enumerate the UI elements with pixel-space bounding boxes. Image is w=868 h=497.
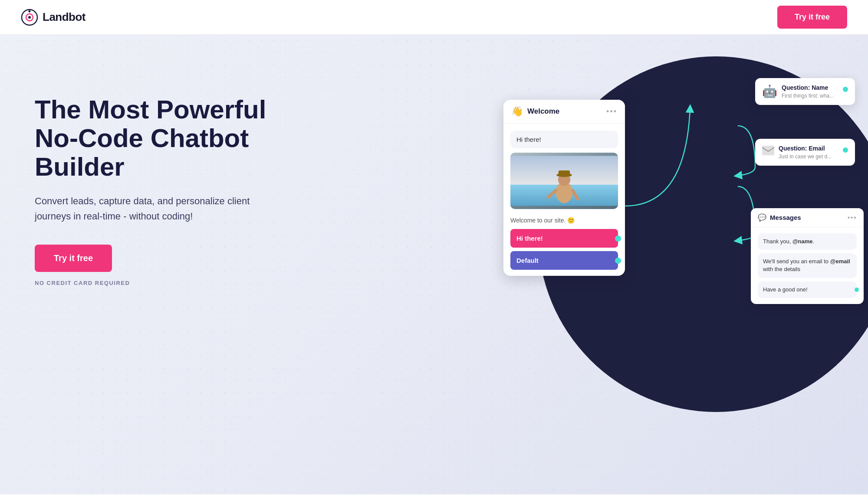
q-name-connector-dot: [843, 87, 848, 92]
chat-image: [510, 153, 618, 209]
wave-icon: 👋: [511, 106, 523, 117]
chatbot-illustration: 👋 Welcome ••• Hi there!: [477, 52, 868, 477]
svg-point-3: [29, 10, 31, 12]
messages-end-dot: [855, 288, 859, 292]
logo: Landbot: [21, 9, 85, 26]
robot-emoji-icon: 🤖: [762, 84, 777, 98]
hero-content: The Most Powerful No-Code Chatbot Builde…: [0, 69, 278, 286]
try-it-free-header-button[interactable]: Try it free: [777, 6, 847, 29]
question-email-info: Question: Email Just in case we get d...: [779, 145, 838, 160]
chat-bubble-icon: 💬: [758, 213, 766, 222]
pink-btn-connector-dot: [615, 235, 621, 242]
hero-title: The Most Powerful No-Code Chatbot Builde…: [35, 95, 278, 181]
messages-card: 💬 Messages ••• Thank you, @name. We'll s…: [751, 208, 864, 304]
envelope-icon: [762, 146, 774, 155]
question-email-card: Question: Email Just in case we get d...: [755, 139, 855, 166]
question-email-subtitle: Just in case we get d...: [779, 154, 838, 160]
email-message: We'll send you an email to @email with t…: [758, 253, 857, 278]
messages-card-header: 💬 Messages •••: [751, 208, 864, 227]
hero-subtitle: Convert leads, capture data, and persona…: [35, 193, 278, 224]
question-name-info: Question: Name First things first: wha..…: [782, 84, 838, 99]
question-name-subtitle: First things first: wha...: [782, 93, 838, 99]
email-variable: @email: [830, 258, 850, 265]
logo-text: Landbot: [43, 10, 85, 24]
chat-card-title-row: 👋 Welcome: [511, 106, 559, 117]
question-email-title: Question: Email: [779, 145, 838, 152]
welcome-to-site-text: Welcome to our site. 🙂: [510, 213, 618, 229]
hi-there-bubble: Hi there!: [510, 131, 618, 148]
landbot-logo-icon: [21, 9, 38, 26]
chat-card-menu-dots[interactable]: •••: [606, 107, 617, 116]
thank-you-message: Thank you, @name.: [758, 233, 857, 250]
welcome-chat-card: 👋 Welcome ••• Hi there!: [503, 100, 625, 276]
svg-point-2: [28, 16, 31, 19]
svg-rect-12: [762, 146, 774, 155]
blue-btn-connector-dot: [615, 258, 621, 264]
hi-there-choice-button[interactable]: Hi there!: [510, 229, 618, 248]
messages-header-left: 💬 Messages: [758, 213, 801, 222]
question-name-title: Question: Name: [782, 84, 838, 91]
chat-image-inner: [510, 153, 618, 209]
hero-section: The Most Powerful No-Code Chatbot Builde…: [0, 35, 868, 494]
try-it-free-hero-button[interactable]: Try it free: [35, 245, 112, 272]
good-one-message: Have a good one!: [758, 281, 857, 298]
chat-card-title: Welcome: [527, 107, 559, 116]
question-name-card: 🤖 Question: Name First things first: wha…: [755, 78, 855, 105]
q-email-connector-dot: [843, 147, 848, 153]
no-credit-text: NO CREDIT CARD REQUIRED: [35, 280, 278, 286]
default-choice-button[interactable]: Default: [510, 251, 618, 270]
chat-body: Hi there!: [503, 124, 625, 270]
messages-menu-dots[interactable]: •••: [848, 214, 857, 222]
messages-body: Thank you, @name. We'll send you an emai…: [751, 227, 864, 304]
messages-title: Messages: [770, 214, 801, 221]
svg-rect-9: [559, 170, 570, 176]
name-variable: @name: [792, 238, 813, 245]
header: Landbot Try it free: [0, 0, 868, 35]
chat-card-header: 👋 Welcome •••: [503, 100, 625, 124]
